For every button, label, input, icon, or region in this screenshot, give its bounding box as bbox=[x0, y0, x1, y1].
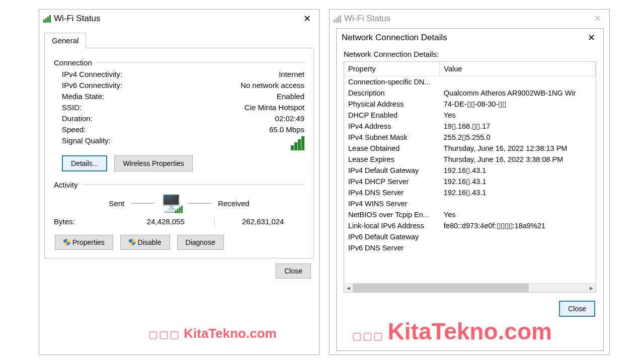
value-cell: 74-DE-▯▯-08-30-▯▯ bbox=[440, 99, 596, 110]
value-header[interactable]: Value bbox=[440, 62, 596, 76]
dialog-title: Network Connection Details bbox=[342, 33, 583, 43]
property-cell: Connection-specific DN... bbox=[344, 76, 440, 88]
properties-button[interactable]: Properties bbox=[55, 235, 113, 250]
tab-general[interactable]: General bbox=[44, 33, 86, 48]
property-cell: Description bbox=[344, 87, 440, 99]
value-cell: 192.16▯.43.1 bbox=[440, 187, 596, 198]
close-button[interactable]: Close bbox=[559, 301, 595, 317]
table-row[interactable]: Physical Address74-DE-▯▯-08-30-▯▯ bbox=[344, 99, 596, 110]
details-button[interactable]: Details... bbox=[62, 155, 107, 171]
table-row[interactable]: NetBIOS over Tcpip En...Yes bbox=[344, 209, 596, 220]
shield-icon bbox=[129, 239, 136, 246]
disable-button[interactable]: Disable bbox=[120, 235, 170, 250]
close-icon[interactable]: ✕ bbox=[299, 13, 315, 25]
shield-icon bbox=[63, 239, 70, 246]
value-cell: 255.2▯5.255.0 bbox=[440, 132, 596, 143]
table-row[interactable]: IPv4 WINS Server bbox=[344, 198, 596, 209]
value-cell: Thursday, June 16, 2022 12:38:13 PM bbox=[440, 143, 596, 154]
window-title: Wi-Fi Status bbox=[344, 14, 589, 24]
sent-bytes: 24,428,055 bbox=[124, 217, 207, 226]
scroll-left-icon[interactable]: ◄ bbox=[344, 284, 353, 292]
property-cell: Lease Obtained bbox=[344, 143, 440, 154]
property-cell: Physical Address bbox=[344, 99, 440, 110]
property-cell: IPv4 Default Gateway bbox=[344, 165, 440, 176]
property-cell: NetBIOS over Tcpip En... bbox=[344, 209, 440, 220]
table-row[interactable]: IPv4 Default Gateway192.16▯.43.1 bbox=[344, 165, 596, 176]
connection-value: 65.0 Mbps bbox=[269, 125, 304, 134]
table-row[interactable]: IPv4 DHCP Server192.16▯.43.1 bbox=[344, 176, 596, 187]
wifi-signal-icon bbox=[334, 15, 341, 23]
signal-quality-label: Signal Quality: bbox=[62, 136, 111, 150]
connection-value: Cie Minta Hotspot bbox=[245, 103, 304, 112]
property-cell: IPv4 DNS Server bbox=[344, 187, 440, 198]
table-row[interactable]: Link-local IPv6 Addressfe80::d973:4e0f:▯… bbox=[344, 220, 596, 231]
connection-label: SSID: bbox=[62, 103, 82, 112]
value-cell bbox=[440, 242, 596, 253]
property-cell: IPv4 Address bbox=[344, 121, 440, 132]
value-cell: Thursday, June 16, 2022 3:38:08 PM bbox=[440, 154, 596, 165]
sent-label: Sent bbox=[109, 199, 124, 208]
wireless-properties-button[interactable]: Wireless Properties bbox=[114, 155, 192, 171]
property-cell: IPv6 DNS Server bbox=[344, 242, 440, 253]
property-cell: DHCP Enabled bbox=[344, 110, 440, 121]
fieldset-activity: Activity bbox=[54, 180, 304, 189]
connection-value: Enabled bbox=[277, 92, 304, 101]
property-cell: Link-local IPv6 Address bbox=[344, 220, 440, 231]
table-row[interactable]: IPv6 Default Gateway bbox=[344, 231, 596, 242]
table-row[interactable]: IPv4 DNS Server192.16▯.43.1 bbox=[344, 187, 596, 198]
network-connection-details-dialog: Network Connection Details ✕ Network Con… bbox=[336, 28, 604, 351]
wifi-signal-icon bbox=[43, 15, 51, 23]
connection-value: 02:02:49 bbox=[275, 114, 304, 123]
value-cell: Yes bbox=[440, 110, 596, 121]
received-bytes: 262,631,024 bbox=[222, 217, 305, 226]
close-icon[interactable]: ✕ bbox=[589, 13, 605, 25]
table-row[interactable]: IPv4 Subnet Mask255.2▯5.255.0 bbox=[344, 132, 596, 143]
table-row[interactable]: Connection-specific DN... bbox=[344, 76, 596, 88]
horizontal-scrollbar[interactable]: ◄ ► bbox=[344, 283, 596, 292]
connection-label: Media State: bbox=[62, 92, 104, 101]
signal-quality-icon bbox=[291, 136, 304, 150]
connection-label: Duration: bbox=[62, 114, 93, 123]
connection-label: IPv6 Connectivity: bbox=[62, 81, 122, 89]
value-cell: Qualcomm Atheros AR9002WB-1NG Wir bbox=[440, 87, 596, 99]
value-cell bbox=[440, 76, 596, 88]
table-row[interactable]: IPv4 Address19▯.168.▯▯.17 bbox=[344, 121, 596, 132]
wifi-status-window: Wi-Fi Status ✕ General Connection IPv4 C… bbox=[39, 9, 319, 355]
value-cell bbox=[440, 231, 596, 242]
value-cell: 19▯.168.▯▯.17 bbox=[440, 121, 596, 132]
scroll-right-icon[interactable]: ► bbox=[587, 284, 596, 292]
property-header[interactable]: Property bbox=[344, 62, 440, 76]
received-label: Received bbox=[218, 199, 250, 208]
table-row[interactable]: Lease ExpiresThursday, June 16, 2022 3:3… bbox=[344, 154, 596, 165]
property-cell: IPv4 Subnet Mask bbox=[344, 132, 440, 143]
table-row[interactable]: IPv6 DNS Server bbox=[344, 242, 596, 253]
value-cell: 192.16▯.43.1 bbox=[440, 165, 596, 176]
window-title: Wi-Fi Status bbox=[54, 14, 299, 24]
value-cell: fe80::d973:4e0f:▯▯▯▯:18a9%21 bbox=[440, 220, 596, 231]
bytes-label: Bytes: bbox=[54, 217, 124, 226]
property-cell: IPv4 DHCP Server bbox=[344, 176, 440, 187]
value-cell: 192.16▯.43.1 bbox=[440, 176, 596, 187]
close-icon[interactable]: ✕ bbox=[583, 32, 599, 44]
diagnose-button[interactable]: Diagnose bbox=[177, 235, 224, 250]
connection-value: No network access bbox=[240, 81, 304, 89]
details-label: Network Connection Details: bbox=[344, 50, 596, 58]
property-cell: IPv4 WINS Server bbox=[344, 198, 440, 209]
details-table: Property Value Connection-specific DN...… bbox=[344, 61, 596, 293]
value-cell bbox=[440, 198, 596, 209]
property-cell: IPv6 Default Gateway bbox=[344, 231, 440, 242]
computer-icon: 🖥️ bbox=[160, 193, 182, 213]
table-row[interactable]: DHCP EnabledYes bbox=[344, 110, 596, 121]
table-row[interactable]: Lease ObtainedThursday, June 16, 2022 12… bbox=[344, 143, 596, 154]
connection-value: Internet bbox=[279, 70, 304, 78]
close-button[interactable]: Close bbox=[276, 263, 311, 279]
table-row[interactable]: DescriptionQualcomm Atheros AR9002WB-1NG… bbox=[344, 87, 596, 99]
connection-label: IPv4 Connectivity: bbox=[62, 70, 122, 78]
connection-label: Speed: bbox=[62, 125, 86, 134]
property-cell: Lease Expires bbox=[344, 154, 440, 165]
fieldset-connection: Connection bbox=[54, 58, 304, 67]
value-cell: Yes bbox=[440, 209, 596, 220]
